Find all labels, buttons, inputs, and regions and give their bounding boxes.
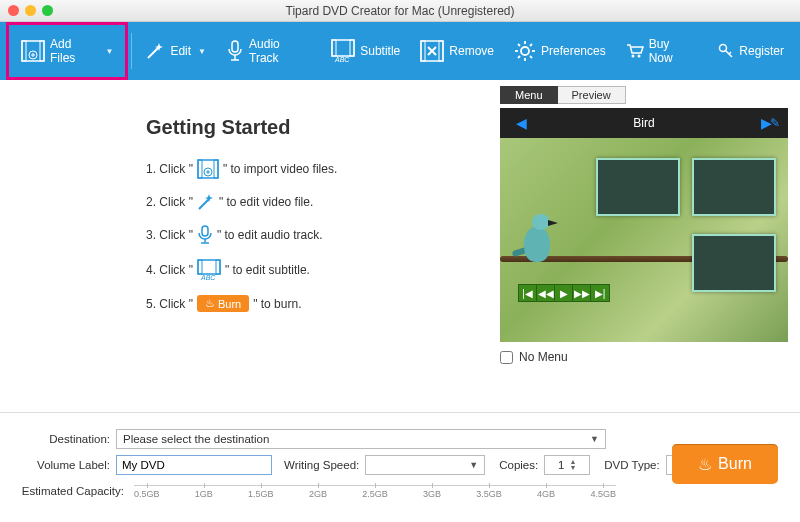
video-thumbnail-slot[interactable]: [596, 158, 680, 216]
step-2: 2. Click " " to edit video file.: [146, 193, 490, 211]
audio-track-label: Audio Track: [249, 37, 311, 65]
subtitle-button[interactable]: ABC Subtitle: [321, 27, 410, 75]
copies-stepper[interactable]: 1 ▲▼: [544, 455, 590, 475]
burn-button-label: Burn: [718, 455, 752, 473]
no-menu-checkbox[interactable]: [500, 351, 513, 364]
edit-template-button[interactable]: ✎: [770, 116, 780, 130]
toolbar-separator: [131, 33, 132, 69]
key-icon: [718, 43, 734, 59]
svg-rect-43: [198, 260, 220, 274]
volume-label-input[interactable]: [116, 455, 272, 475]
svg-text:ABC: ABC: [200, 274, 216, 281]
copies-label: Copies:: [499, 459, 538, 471]
preferences-label: Preferences: [541, 44, 606, 58]
svg-line-27: [518, 56, 520, 58]
no-menu-option[interactable]: No Menu: [500, 350, 788, 364]
dvd-type-label: DVD Type:: [604, 459, 659, 471]
tutorial-highlight: Add Files ▼: [6, 22, 128, 80]
register-button[interactable]: Register: [708, 27, 794, 75]
burn-pill: ♨ Burn: [197, 295, 249, 312]
next-template-button[interactable]: ▶: [745, 115, 788, 131]
getting-started-panel: Getting Started 1. Click " " to import v…: [0, 80, 500, 412]
menu-preview-canvas: |◀ ◀◀ ▶ ▶▶ ▶|: [500, 138, 788, 342]
no-menu-label: No Menu: [519, 350, 568, 364]
tab-menu[interactable]: Menu: [500, 86, 558, 104]
remove-button[interactable]: Remove: [410, 27, 504, 75]
gear-icon: [514, 40, 536, 62]
getting-started-heading: Getting Started: [146, 116, 490, 139]
skip-back-button[interactable]: |◀: [519, 285, 537, 301]
flame-icon: ♨: [205, 297, 215, 310]
capacity-ticks: 0.5GB 1GB 1.5GB 2GB 2.5GB 3GB 3.5GB 4GB …: [134, 489, 616, 499]
skip-forward-button[interactable]: ▶|: [591, 285, 609, 301]
svg-line-32: [729, 52, 731, 54]
playback-controls: |◀ ◀◀ ▶ ▶▶ ▶|: [518, 284, 610, 302]
step-text: " to edit video file.: [219, 195, 313, 209]
menu-preview-panel: Menu Preview ◀ Bird ▶ ✎ |◀ ◀◀ ▶ ▶▶ ▶|: [500, 80, 800, 412]
step-3: 3. Click " " to edit audio track.: [146, 225, 490, 245]
window-titlebar: Tipard DVD Creator for Mac (Unregistered…: [0, 0, 800, 22]
svg-line-24: [518, 44, 520, 46]
tick-label: 4GB: [537, 489, 555, 499]
svg-line-39: [199, 199, 209, 209]
svg-text:ABC: ABC: [334, 56, 350, 63]
remove-icon: [420, 40, 444, 62]
edit-button[interactable]: Edit ▼: [135, 27, 216, 75]
microphone-icon: [197, 225, 213, 245]
microphone-icon: [226, 40, 244, 62]
flame-icon: ♨: [698, 455, 712, 474]
window-title: Tipard DVD Creator for Mac (Unregistered…: [0, 4, 800, 18]
step-5: 5. Click " ♨ Burn " to burn.: [146, 295, 490, 312]
edit-label: Edit: [170, 44, 191, 58]
subtitle-icon: ABC: [331, 39, 355, 63]
subtitle-icon: ABC: [197, 259, 221, 281]
capacity-scale: 0.5GB 1GB 1.5GB 2GB 2.5GB 3GB 3.5GB 4GB …: [134, 481, 616, 501]
tick-label: 0.5GB: [134, 489, 160, 499]
svg-point-19: [521, 47, 529, 55]
svg-point-29: [637, 55, 640, 58]
register-label: Register: [739, 44, 784, 58]
tab-preview[interactable]: Preview: [558, 86, 626, 104]
buy-now-button[interactable]: Buy Now: [616, 27, 705, 75]
menu-template-title: Bird: [543, 116, 745, 130]
rewind-button[interactable]: ◀◀: [537, 285, 555, 301]
step-text: " to edit audio track.: [217, 228, 323, 242]
destination-select[interactable]: Please select the destination ▼: [116, 429, 606, 449]
svg-rect-10: [332, 40, 354, 56]
subtitle-label: Subtitle: [360, 44, 400, 58]
prev-template-button[interactable]: ◀: [500, 115, 543, 131]
writing-speed-select[interactable]: ▼: [365, 455, 485, 475]
preferences-button[interactable]: Preferences: [504, 27, 616, 75]
step-1: 1. Click " " to import video files.: [146, 159, 490, 179]
tick-label: 1.5GB: [248, 489, 274, 499]
copies-value: 1: [558, 459, 564, 471]
menu-template-header: ◀ Bird ▶ ✎: [500, 108, 788, 138]
tick-label: 1GB: [195, 489, 213, 499]
fast-forward-button[interactable]: ▶▶: [573, 285, 591, 301]
burn-pill-label: Burn: [218, 298, 241, 310]
chevron-down-icon: ▼: [198, 47, 206, 56]
bird-decoration: [512, 208, 568, 280]
burn-button[interactable]: ♨ Burn: [672, 444, 778, 484]
tick-label: 3.5GB: [476, 489, 502, 499]
chevron-down-icon: ▼: [590, 434, 599, 444]
video-thumbnail-slot[interactable]: [692, 234, 776, 292]
step-text: " to burn.: [253, 297, 301, 311]
volume-label-label: Volume Label:: [14, 459, 110, 471]
destination-value: Please select the destination: [123, 433, 269, 445]
tick-label: 2.5GB: [362, 489, 388, 499]
audio-track-button[interactable]: Audio Track: [216, 27, 321, 75]
estimated-capacity-label: Estimated Capacity:: [14, 485, 124, 497]
step-text: 4. Click ": [146, 263, 193, 277]
play-button[interactable]: ▶: [555, 285, 573, 301]
step-text: 2. Click ": [146, 195, 193, 209]
step-4: 4. Click " ABC " to edit subtitle.: [146, 259, 490, 281]
chevron-down-icon: ▼: [106, 47, 114, 56]
svg-line-26: [530, 44, 532, 46]
add-files-button[interactable]: Add Files ▼: [11, 27, 123, 75]
svg-rect-40: [202, 226, 208, 236]
video-thumbnail-slot[interactable]: [692, 158, 776, 216]
step-text: 5. Click ": [146, 297, 193, 311]
step-text: 3. Click ": [146, 228, 193, 242]
main-toolbar: Add Files ▼ Edit ▼ Audio Track ABC Subti…: [0, 22, 800, 80]
